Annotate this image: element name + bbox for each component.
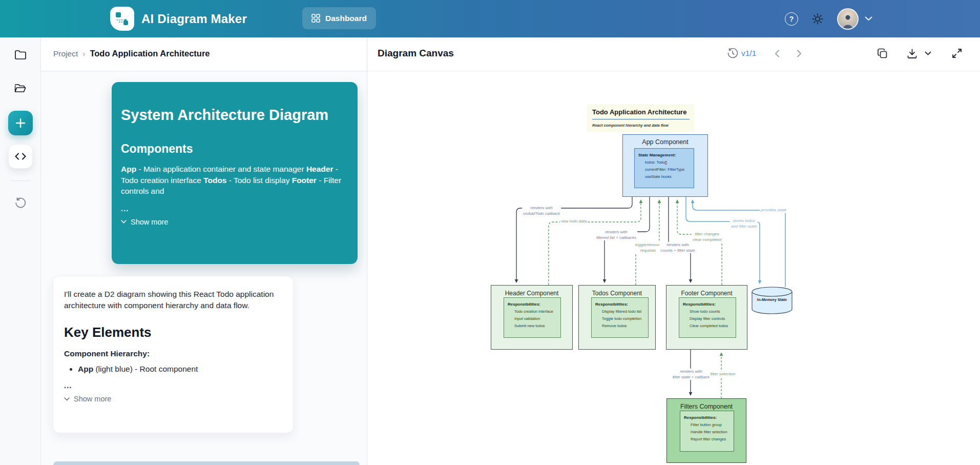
version-label: v1/1 <box>741 49 756 58</box>
summary-card-heading: Components <box>121 142 347 156</box>
edge-label-filter-changes: filter changes clear completed <box>692 231 722 242</box>
grid-icon <box>311 14 320 23</box>
app-component-box: App Component State Management: todos: T… <box>622 134 708 197</box>
next-message-peek[interactable] <box>53 461 360 465</box>
version-history-icon[interactable] <box>727 48 738 58</box>
download-options-chevron-icon[interactable] <box>925 51 931 55</box>
diagram-canvas-panel: Diagram Canvas v1/1 <box>367 37 980 465</box>
download-icon[interactable] <box>907 48 918 59</box>
responsibilities-box: Responsibilities: Filter button group Ha… <box>680 411 734 452</box>
copy-icon[interactable] <box>877 48 888 59</box>
header-component-box: Header Component Responsibilities: Todo … <box>491 285 573 350</box>
previous-version-button[interactable] <box>775 50 780 57</box>
conversation-panel: Project › Todo Application Architecture … <box>41 37 367 465</box>
assistant-message-card: I'll create a D2 diagram showing this Re… <box>53 276 294 433</box>
d2-diagram: Todo Application Architecture React comp… <box>367 71 980 465</box>
help-glyph: ? <box>789 15 794 23</box>
edge-label-new-todo-data: new todo data <box>560 218 588 224</box>
diagram-canvas[interactable]: Todo Application Architecture React comp… <box>367 71 980 465</box>
edge-label-renders-onaddtodo: renders with onAddTodo callback <box>522 205 561 216</box>
help-icon[interactable]: ? <box>785 12 798 26</box>
list-item: App (light blue) - Root component <box>78 365 283 374</box>
new-diagram-button[interactable] <box>8 111 33 135</box>
breadcrumb-project-link[interactable]: Project <box>53 49 78 58</box>
app-logo: AI Diagram Maker <box>110 7 247 31</box>
diagram-logo-icon <box>110 7 134 31</box>
dashboard-label: Dashboard <box>325 14 367 23</box>
top-navbar: AI Diagram Maker Dashboard ? <box>0 0 980 37</box>
folder-icon[interactable] <box>15 50 26 59</box>
todos-component-box: Todos Component Responsibilities: Displa… <box>578 285 656 350</box>
edge-label-provides-state: provides state <box>760 207 787 213</box>
edge-label-renders-counts: renders with counts + filter state <box>659 242 696 253</box>
state-management-box: State Management: todos: Todo[] currentF… <box>634 148 694 188</box>
chevron-down-icon <box>121 220 127 224</box>
truncation-ellipsis: ... <box>64 381 283 390</box>
next-version-button[interactable] <box>797 50 802 57</box>
responsibilities-box: Responsibilities: Show todo counts Displ… <box>679 297 736 338</box>
summary-card-body: App - Main application container and sta… <box>121 164 347 197</box>
code-icon <box>15 153 26 160</box>
breadcrumb-separator: › <box>82 49 85 58</box>
responsibilities-box: Responsibilities: Display filtered todo … <box>591 297 649 338</box>
truncation-ellipsis: ... <box>121 204 347 213</box>
responsibilities-box: Responsibilities: Todo creation interfac… <box>504 297 561 338</box>
summary-message-card: System Architecture Diagram Components A… <box>112 82 358 264</box>
filters-component-box: Filters Component Responsibilities: Filt… <box>666 398 746 463</box>
chevron-down-icon <box>64 397 70 401</box>
code-view-button[interactable] <box>8 144 33 169</box>
sidebar-divider <box>10 180 31 181</box>
component-hierarchy-subheading: Component Hierarchy: <box>64 349 283 358</box>
in-memory-state-label: In-Memory State <box>752 297 792 302</box>
breadcrumb: Project › Todo Application Architecture <box>53 49 210 58</box>
user-menu[interactable] <box>837 8 872 30</box>
edge-label-toggle-remove: toggle/remove requests <box>634 242 662 253</box>
hierarchy-list: App (light blue) - Root component <box>64 365 283 374</box>
detail-show-more-button[interactable]: Show more <box>64 395 111 403</box>
summary-card-title: System Architecture Diagram <box>121 106 347 125</box>
left-toolbar <box>0 37 41 465</box>
user-avatar[interactable] <box>837 8 859 30</box>
theme-toggle-sun-icon[interactable] <box>811 13 824 25</box>
edge-label-renders-filter-state: renders with filter state + callback <box>672 369 711 380</box>
edge-label-filter-selection: filter selection <box>710 371 737 377</box>
plus-icon <box>15 118 26 128</box>
canvas-title: Diagram Canvas <box>378 48 454 59</box>
app-title: AI Diagram Maker <box>141 12 247 26</box>
diagram-title-block: Todo Application Architecture React comp… <box>587 104 695 132</box>
assistant-intro-text: I'll create a D2 diagram showing this Re… <box>64 289 283 311</box>
diagram-title: Todo Application Architecture <box>592 108 690 119</box>
dashboard-button[interactable]: Dashboard <box>302 7 376 29</box>
edge-label-renders-filtered: renders with filtered list + callbacks <box>595 229 637 240</box>
history-undo-icon[interactable] <box>15 197 26 209</box>
key-elements-heading: Key Elements <box>64 325 283 340</box>
message-list: System Architecture Diagram Components A… <box>41 71 367 465</box>
summary-show-more-button[interactable]: Show more <box>121 218 168 226</box>
footer-component-box: Footer Component Responsibilities: Show … <box>666 285 747 350</box>
edge-label-stores-todos: stores todos and filter state <box>730 218 758 229</box>
folder-open-icon[interactable] <box>14 84 26 93</box>
chevron-down-icon[interactable] <box>865 16 872 21</box>
fullscreen-expand-icon[interactable] <box>952 48 962 58</box>
diagram-subtitle: React component hierarchy and data flow <box>592 123 690 128</box>
breadcrumb-current-title: Todo Application Architecture <box>90 49 210 58</box>
